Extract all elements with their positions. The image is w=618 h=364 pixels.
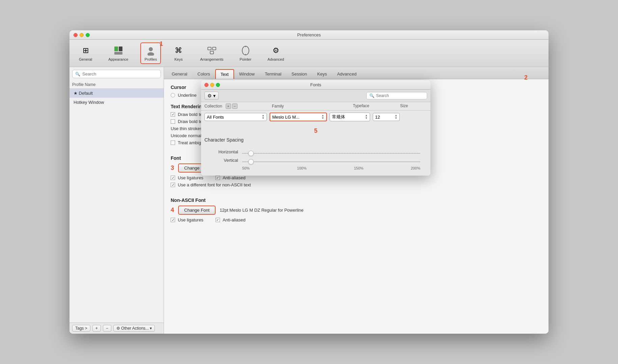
diff-font-row: Use a different font for non-ASCII text xyxy=(171,182,542,187)
fonts-popup-title: Fonts xyxy=(310,82,321,87)
size-select[interactable]: 12 ▲ ▼ xyxy=(373,113,400,121)
profile-item-hotkey[interactable]: Hotkey Window xyxy=(69,98,164,107)
tab-terminal[interactable]: Terminal xyxy=(260,69,286,79)
size-stepper[interactable]: ▲ ▼ xyxy=(395,114,397,120)
remove-collection-button[interactable]: − xyxy=(232,103,237,109)
nonascii-anti-aliased-checkbox[interactable] xyxy=(216,218,220,222)
svg-point-3 xyxy=(149,47,153,51)
horizontal-tick-marks xyxy=(242,153,420,154)
draw-bold-font-checkbox[interactable] xyxy=(171,112,175,117)
collection-stepper[interactable]: ▲ ▼ xyxy=(262,114,264,120)
tab-keys[interactable]: Keys xyxy=(312,69,332,79)
toolbar-item-general[interactable]: ⊞ General xyxy=(75,42,96,64)
toolbar-item-appearance[interactable]: Appearance xyxy=(104,42,132,64)
collection-down-icon[interactable]: ▼ xyxy=(262,117,264,120)
vertical-label: Vertical xyxy=(211,158,238,163)
add-collection-button[interactable]: + xyxy=(226,103,231,109)
family-value: Meslo LG M... xyxy=(272,115,321,120)
nonascii-ligatures-row: Use ligatures Anti-aliased xyxy=(171,217,542,222)
tab-general[interactable]: General xyxy=(167,69,192,79)
toolbar-label-advanced: Advanced xyxy=(268,57,284,61)
nonascii-section-label: Non-ASCII Font xyxy=(171,198,542,203)
gear-dropdown-icon: ▾ xyxy=(213,93,216,98)
tab-advanced[interactable]: Advanced xyxy=(332,69,362,79)
collection-value: All Fonts xyxy=(207,115,261,120)
tab-session[interactable]: Session xyxy=(286,69,312,79)
fonts-search-icon: 🔍 xyxy=(369,93,374,98)
other-actions-label: ⚙ Other Actions... xyxy=(116,326,149,331)
nonascii-anti-aliased-label: Anti-aliased xyxy=(223,217,246,222)
fonts-selects: All Fonts ▲ ▼ Meslo LG M... ▲ ▼ 常规体 ▲ ▼ xyxy=(201,111,430,123)
cursor-underline-radio[interactable] xyxy=(171,93,175,97)
fonts-search-input[interactable] xyxy=(376,93,424,98)
family-stepper[interactable]: ▲ ▼ xyxy=(321,114,324,120)
col-size-header: Size xyxy=(400,103,427,109)
arrangements-icon xyxy=(206,45,217,56)
popup-max-button[interactable] xyxy=(216,83,220,87)
minimize-button[interactable] xyxy=(80,33,84,37)
scale-200: 200% xyxy=(411,166,420,170)
annotation-5: 5 xyxy=(204,125,427,137)
popup-bottom-area: 5 Character Spacing Horizontal Vertical xyxy=(201,123,430,176)
svg-point-8 xyxy=(242,46,249,55)
add-profile-button[interactable]: + xyxy=(92,325,101,332)
scale-50: 50% xyxy=(242,166,250,170)
annotation-3: 3 xyxy=(171,164,174,172)
toolbar-item-arrangements[interactable]: Arrangements xyxy=(196,42,227,64)
tab-text[interactable]: Text xyxy=(215,69,234,79)
collection-select[interactable]: All Fonts ▲ ▼ xyxy=(204,113,267,121)
size-down-icon[interactable]: ▼ xyxy=(395,117,397,120)
remove-profile-button[interactable]: − xyxy=(103,325,111,332)
tags-button[interactable]: Tags > xyxy=(72,325,90,332)
family-select[interactable]: Meslo LG M... ▲ ▼ xyxy=(270,113,327,121)
gear-button[interactable]: ⚙ ▾ xyxy=(204,92,219,100)
search-input[interactable] xyxy=(82,71,158,77)
typeface-down-icon[interactable]: ▼ xyxy=(365,117,368,120)
pointer-icon xyxy=(240,45,251,56)
nonascii-ligatures-checkbox[interactable] xyxy=(171,218,175,222)
vertical-track xyxy=(242,161,420,162)
toolbar-item-pointer[interactable]: Pointer xyxy=(235,42,255,64)
preferences-window: Preferences ⊞ General Appearance Profile… xyxy=(69,30,549,334)
toolbar-item-advanced[interactable]: ⚙ Advanced xyxy=(263,42,288,64)
tab-colors[interactable]: Colors xyxy=(192,69,215,79)
popup-close-button[interactable] xyxy=(204,83,208,87)
use-ligatures-label: Use ligatures xyxy=(178,175,203,180)
tab-window[interactable]: Window xyxy=(234,69,260,79)
vertical-thumb[interactable] xyxy=(248,159,254,164)
window-title: Preferences xyxy=(297,32,321,37)
search-bar[interactable]: 🔍 xyxy=(72,70,161,78)
toolbar-label-arrangements: Arrangements xyxy=(200,57,223,61)
draw-bold-bright-checkbox[interactable] xyxy=(171,119,175,124)
close-button[interactable] xyxy=(74,33,78,37)
toolbar-label-appearance: Appearance xyxy=(108,57,128,61)
diff-font-checkbox[interactable] xyxy=(171,183,175,187)
other-actions-button[interactable]: ⚙ Other Actions... ▾ xyxy=(113,325,155,332)
appearance-icon xyxy=(113,45,124,56)
maximize-button[interactable] xyxy=(86,33,90,37)
left-panel: 🔍 Profile Name ★ Default Hotkey Window T… xyxy=(69,67,164,334)
profile-item-default[interactable]: ★ Default xyxy=(69,89,164,98)
svg-rect-7 xyxy=(210,51,214,54)
horizontal-slider-container xyxy=(242,150,420,154)
typeface-stepper[interactable]: ▲ ▼ xyxy=(365,114,368,120)
horizontal-thumb[interactable] xyxy=(248,151,254,156)
col-typeface-header: Typeface xyxy=(353,103,400,109)
scale-labels: 50% 100% 150% 200% xyxy=(211,166,420,170)
popup-min-button[interactable] xyxy=(210,83,214,87)
typeface-select[interactable]: 常规体 ▲ ▼ xyxy=(330,113,370,121)
toolbar-item-keys[interactable]: ⌘ Keys xyxy=(169,42,188,64)
change-nonascii-font-button[interactable]: Change Font xyxy=(178,206,216,215)
typeface-value: 常规体 xyxy=(332,114,364,120)
diff-font-label: Use a different font for non-ASCII text xyxy=(178,182,251,187)
search-icon: 🔍 xyxy=(75,72,80,77)
fonts-search-bar[interactable]: 🔍 xyxy=(366,92,427,99)
treat-ambiguous-checkbox[interactable] xyxy=(171,141,175,145)
char-spacing-title: Character Spacing xyxy=(204,137,427,143)
family-down-icon[interactable]: ▼ xyxy=(321,117,324,120)
anti-aliased-checkbox[interactable] xyxy=(216,176,220,180)
toolbar-item-profiles[interactable]: Profiles 1 xyxy=(140,42,161,64)
use-ligatures-checkbox[interactable] xyxy=(171,176,175,180)
keys-icon: ⌘ xyxy=(173,45,184,56)
annotation-2-label: 2 xyxy=(524,74,528,81)
